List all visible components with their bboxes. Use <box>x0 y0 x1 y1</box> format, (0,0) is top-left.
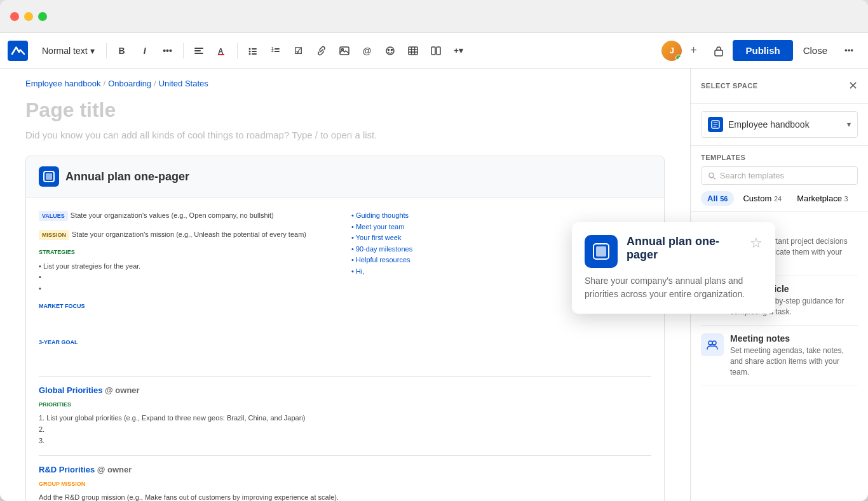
emoji-button[interactable] <box>380 41 400 61</box>
more-formatting-button[interactable]: ••• <box>158 41 178 61</box>
rd-owner: @ owner <box>97 465 132 474</box>
breadcrumb-part-3[interactable]: United States <box>159 79 208 88</box>
breadcrumb-part-2[interactable]: Onboarding <box>108 79 151 88</box>
table-button[interactable] <box>403 41 423 61</box>
numbered-list-button[interactable]: 1.2. <box>266 41 286 61</box>
toolbar-divider-1 <box>106 43 107 58</box>
tooltip-card: Annual plan one-pager ☆ Share your compa… <box>572 222 775 314</box>
toolbar: Normal text ▾ B I ••• A 1.2. ☑ @ <box>0 33 868 69</box>
group-mission-text: Add the R&D group mission (e.g., Make fa… <box>39 492 651 501</box>
text-style-chevron: ▾ <box>90 46 95 56</box>
meeting-template-desc: Set meeting agendas, take notes, and sha… <box>730 345 858 377</box>
filter-tab-all[interactable]: All 56 <box>701 191 734 206</box>
svg-point-31 <box>712 341 716 345</box>
sidebar-close-button[interactable]: ✕ <box>848 79 858 93</box>
preview-title: Annual plan one-pager <box>65 170 189 184</box>
link-button[interactable] <box>311 41 332 61</box>
values-text: State your organization's values (e.g., … <box>71 211 274 219</box>
tooltip-icon <box>585 235 618 268</box>
space-chevron-icon: ▾ <box>847 120 851 129</box>
text-style-label: Normal text <box>42 46 88 56</box>
lock-button[interactable] <box>707 39 730 62</box>
filter-tab-marketplace[interactable]: Marketplace 3 <box>790 191 855 206</box>
global-owner: @ owner <box>105 385 140 395</box>
filter-tabs: All 56 Custom 24 Marketplace 3 <box>701 191 858 206</box>
strategies-label: STRATEGIES <box>39 248 339 257</box>
more-options-button[interactable]: ••• <box>837 39 860 62</box>
page-title[interactable]: Page title <box>0 93 690 127</box>
maximize-traffic-light[interactable] <box>38 12 47 21</box>
preview-doc: VALUESState your organization's values (… <box>39 210 651 501</box>
mission-label: MISSION <box>39 230 69 240</box>
svg-point-20 <box>391 49 392 50</box>
svg-point-10 <box>248 53 250 55</box>
image-button[interactable] <box>334 41 355 61</box>
meeting-template-icon <box>701 333 724 356</box>
priority-item-3: 3. <box>39 436 651 447</box>
svg-rect-1 <box>194 48 203 49</box>
breadcrumb-part-1[interactable]: Employee handbook <box>25 79 101 88</box>
priorities-label: PRIORITIES <box>39 400 651 409</box>
tooltip-star-button[interactable]: ☆ <box>750 235 763 251</box>
templates-section: TEMPLATES All 56 Custom 24 Marketplace 3 <box>691 146 868 211</box>
svg-point-8 <box>248 50 250 52</box>
meeting-template-text: Meeting notes Set meeting agendas, take … <box>730 333 858 377</box>
align-button[interactable] <box>189 41 209 61</box>
mention-button[interactable]: @ <box>357 41 377 61</box>
breadcrumb: Employee handbook / Onboarding / United … <box>0 69 690 93</box>
task-button[interactable]: ☑ <box>288 41 309 61</box>
space-selector[interactable]: Employee handbook ▾ <box>691 104 868 146</box>
svg-rect-5 <box>218 54 224 55</box>
bullet-1: • Guiding thoughts <box>351 210 651 222</box>
title-bar <box>0 0 868 33</box>
svg-rect-3 <box>194 53 203 54</box>
bullet-list-button[interactable] <box>243 41 263 61</box>
svg-rect-2 <box>194 50 201 51</box>
minimize-traffic-light[interactable] <box>24 12 33 21</box>
svg-point-30 <box>709 341 712 345</box>
preview-header: Annual plan one-pager <box>26 156 664 197</box>
goal-label: 3-YEAR GOAL <box>39 338 339 347</box>
preview-content: VALUESState your organization's values (… <box>26 197 664 501</box>
close-button[interactable]: Close <box>796 40 835 61</box>
search-box[interactable] <box>701 166 858 185</box>
svg-rect-24 <box>715 50 722 56</box>
values-label: VALUES <box>39 211 68 221</box>
space-selector-button[interactable]: Employee handbook ▾ <box>701 111 858 138</box>
svg-rect-7 <box>252 48 257 50</box>
online-badge <box>675 55 682 61</box>
svg-rect-33 <box>596 246 606 257</box>
svg-rect-15 <box>275 51 280 52</box>
collaborators: J + <box>661 39 705 62</box>
insert-more-button[interactable]: +▾ <box>449 41 469 61</box>
svg-rect-13 <box>275 48 280 50</box>
search-input[interactable] <box>720 171 851 180</box>
priority-item-1: 1. List your global priorities (e.g., Ex… <box>39 413 651 424</box>
text-style-dropdown[interactable]: Normal text ▾ <box>36 42 101 60</box>
svg-point-28 <box>709 173 714 177</box>
priority-item-2: 2. <box>39 424 651 436</box>
page-hint: Did you know you can add all kinds of co… <box>0 127 690 143</box>
text-color-button[interactable]: A <box>212 41 232 61</box>
italic-button[interactable]: I <box>135 41 155 61</box>
toolbar-divider-3 <box>237 43 238 58</box>
close-traffic-light[interactable] <box>10 12 19 21</box>
svg-rect-23 <box>437 47 440 55</box>
template-item-meeting[interactable]: Meeting notes Set meeting agendas, take … <box>701 326 858 385</box>
bold-button[interactable]: B <box>112 41 132 61</box>
market-label: MARKET FOCUS <box>39 302 339 311</box>
strategy-item-3: • <box>39 283 339 295</box>
space-icon <box>708 117 723 132</box>
filter-tab-custom[interactable]: Custom 24 <box>736 191 788 206</box>
sidebar-header: SELECT SPACE ✕ <box>691 69 868 104</box>
search-icon <box>708 171 716 180</box>
publish-button[interactable]: Publish <box>733 40 792 61</box>
columns-button[interactable] <box>426 41 446 61</box>
strategy-item-1: • List your strategies for the year. <box>39 261 339 272</box>
svg-point-6 <box>248 48 250 50</box>
tooltip-header: Annual plan one-pager ☆ <box>585 235 763 268</box>
tooltip-title: Annual plan one-pager <box>627 235 741 262</box>
add-collaborator-button[interactable]: + <box>682 39 705 62</box>
confluence-logo[interactable] <box>8 41 28 61</box>
svg-rect-21 <box>409 47 417 55</box>
